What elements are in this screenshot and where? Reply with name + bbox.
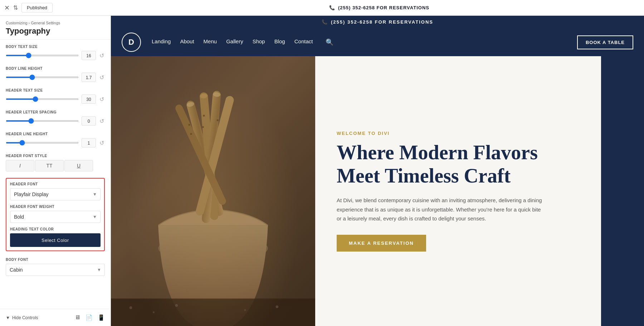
nav-blog[interactable]: Blog bbox=[274, 38, 285, 46]
phone-icon: 📞 bbox=[329, 5, 335, 10]
hero-content: WELCOME TO DIVI Where Modern Flavors Mee… bbox=[315, 56, 601, 326]
page-title: Typography bbox=[6, 26, 105, 36]
breadcrumb-settings-link[interactable]: General Settings bbox=[31, 21, 60, 25]
uppercase-button[interactable]: TT bbox=[35, 160, 64, 171]
header-font-style-group: HEADER FONT STYLE I TT U bbox=[6, 154, 105, 171]
header-line-height-reset[interactable]: ↺ bbox=[99, 140, 105, 146]
mobile-icon[interactable]: 📱 bbox=[98, 314, 105, 321]
heading-text-color-label: HEADING TEXT COLOR bbox=[10, 227, 101, 231]
body-line-height-slider[interactable] bbox=[6, 77, 79, 78]
hide-controls-button[interactable]: ▼ Hide Controls bbox=[6, 315, 38, 320]
header-letter-spacing-group: HEADER LETTER SPACING 0 ↺ bbox=[6, 110, 105, 126]
header-letter-spacing-slider[interactable] bbox=[6, 120, 79, 122]
header-font-weight-select[interactable]: Thin Light Regular Bold Extra Bold bbox=[10, 211, 101, 223]
header-line-height-group: HEADER LINE HEIGHT 1 ↺ bbox=[6, 132, 105, 147]
hide-controls-icon: ▼ bbox=[6, 315, 10, 320]
header-text-size-value: 30 bbox=[82, 94, 96, 104]
header-text-size-slider[interactable] bbox=[6, 98, 79, 100]
body-text-size-value: 16 bbox=[82, 51, 96, 60]
hide-controls-label: Hide Controls bbox=[12, 315, 38, 320]
nav-about[interactable]: About bbox=[180, 38, 194, 46]
hero-title: Where Modern Flavors Meet Timeless Craft bbox=[337, 141, 580, 187]
hero-food-image bbox=[111, 56, 315, 326]
header-font-weight-select-wrapper: Thin Light Regular Bold Extra Bold ▼ bbox=[10, 211, 101, 223]
close-icon[interactable]: ✕ bbox=[4, 4, 10, 12]
header-line-height-label: HEADER LINE HEIGHT bbox=[6, 132, 105, 136]
swap-icon[interactable]: ⇅ bbox=[13, 4, 18, 11]
header-font-weight-group: HEADER FONT WEIGHT Thin Light Regular Bo… bbox=[10, 205, 101, 223]
italic-button[interactable]: I bbox=[6, 160, 34, 171]
banner-phone-icon: 📞 bbox=[322, 19, 328, 25]
nav-menu[interactable]: Menu bbox=[204, 38, 217, 46]
body-line-height-slider-row: 1.7 ↺ bbox=[6, 73, 105, 82]
header-text-size-reset[interactable]: ↺ bbox=[99, 96, 105, 103]
header-line-height-value: 1 bbox=[82, 138, 96, 147]
body-line-height-value: 1.7 bbox=[82, 73, 96, 82]
hero-right-dark-panel bbox=[601, 56, 644, 326]
header-letter-spacing-label: HEADER LETTER SPACING bbox=[6, 110, 105, 114]
site-nav: D Landing About Menu Gallery Shop Blog C… bbox=[111, 28, 644, 56]
sidebar-content: BODY TEXT SIZE 16 ↺ BODY LINE HEIGHT 1.7… bbox=[0, 40, 111, 309]
header-text-size-label: HEADER TEXT SIZE bbox=[6, 88, 105, 92]
desktop-icon[interactable]: 🖥 bbox=[75, 314, 80, 321]
body-font-group: BODY FONT Cabin Arial Open Sans Lato ▼ bbox=[6, 258, 105, 276]
body-font-label: BODY FONT bbox=[6, 258, 105, 262]
body-text-size-slider-row: 16 ↺ bbox=[6, 51, 105, 60]
nav-shop[interactable]: Shop bbox=[253, 38, 265, 46]
body-text-size-label: BODY TEXT SIZE bbox=[6, 45, 105, 49]
nav-contact[interactable]: Contact bbox=[294, 38, 313, 46]
hero-image-overlay bbox=[111, 56, 315, 326]
top-bar-left: ✕ ⇅ Published bbox=[4, 3, 115, 13]
body-text-size-slider[interactable] bbox=[6, 55, 79, 56]
header-font-style-label: HEADER FONT STYLE bbox=[6, 154, 105, 158]
top-bar-center: 📞 (255) 352-6258 FOR RESERVATIONS bbox=[119, 5, 640, 10]
site-hero: WELCOME TO DIVI Where Modern Flavors Mee… bbox=[111, 56, 644, 326]
header-text-size-slider-row: 30 ↺ bbox=[6, 94, 105, 104]
header-font-group: HEADER FONT Playfair Display Georgia Tim… bbox=[10, 182, 101, 200]
bottom-icons: 🖥 📄 📱 bbox=[75, 314, 105, 321]
body-font-select[interactable]: Cabin Arial Open Sans Lato bbox=[6, 264, 105, 276]
select-color-button[interactable]: Select Color bbox=[10, 233, 101, 247]
header-font-weight-label: HEADER FONT WEIGHT bbox=[10, 205, 101, 209]
header-letter-spacing-value: 0 bbox=[82, 116, 96, 126]
body-font-select-wrapper: Cabin Arial Open Sans Lato ▼ bbox=[6, 264, 105, 276]
header-font-label: HEADER FONT bbox=[10, 182, 101, 186]
header-letter-spacing-reset[interactable]: ↺ bbox=[99, 118, 105, 125]
underline-button[interactable]: U bbox=[64, 160, 93, 171]
phone-text: (255) 352-6258 FOR RESERVATIONS bbox=[338, 5, 429, 10]
header-line-height-slider-row: 1 ↺ bbox=[6, 138, 105, 147]
make-reservation-button[interactable]: MAKE A RESERVATION bbox=[337, 235, 426, 252]
preview-area: 📞 (255) 352-6258 FOR RESERVATIONS D Land… bbox=[111, 16, 644, 326]
body-line-height-label: BODY LINE HEIGHT bbox=[6, 67, 105, 70]
site-top-banner: 📞 (255) 352-6258 FOR RESERVATIONS bbox=[111, 16, 644, 28]
top-bar: ✕ ⇅ Published 📞 (255) 352-6258 FOR RESER… bbox=[0, 0, 644, 16]
header-text-size-group: HEADER TEXT SIZE 30 ↺ bbox=[6, 88, 105, 104]
book-table-button[interactable]: BOOK A TABLE bbox=[577, 35, 633, 49]
site-nav-links: Landing About Menu Gallery Shop Blog Con… bbox=[152, 38, 577, 46]
breadcrumb: Customizing › General Settings bbox=[6, 21, 105, 25]
hero-text: At Divi, we blend contemporary cuisine w… bbox=[337, 196, 544, 223]
header-font-select-wrapper: Playfair Display Georgia Times New Roman… bbox=[10, 188, 101, 200]
body-text-size-reset[interactable]: ↺ bbox=[99, 52, 105, 59]
phone-bar: 📞 (255) 352-6258 FOR RESERVATIONS bbox=[329, 5, 429, 10]
body-line-height-reset[interactable]: ↺ bbox=[99, 74, 105, 81]
site-logo: D bbox=[122, 33, 141, 52]
hero-subtitle: WELCOME TO DIVI bbox=[337, 131, 580, 136]
header-letter-spacing-slider-row: 0 ↺ bbox=[6, 116, 105, 126]
header-line-height-slider[interactable] bbox=[6, 142, 79, 143]
sidebar-bottom: ▼ Hide Controls 🖥 📄 📱 bbox=[0, 309, 111, 326]
body-text-size-group: BODY TEXT SIZE 16 ↺ bbox=[6, 45, 105, 60]
main-layout: Customizing › General Settings Typograph… bbox=[0, 16, 644, 326]
highlighted-typography-section: HEADER FONT Playfair Display Georgia Tim… bbox=[6, 178, 105, 251]
nav-gallery[interactable]: Gallery bbox=[226, 38, 243, 46]
banner-phone-text: (255) 352-6258 FOR RESERVATIONS bbox=[331, 19, 433, 25]
search-icon[interactable]: 🔍 bbox=[326, 38, 333, 46]
sidebar: Customizing › General Settings Typograph… bbox=[0, 16, 111, 326]
tablet-icon[interactable]: 📄 bbox=[86, 314, 93, 321]
nav-landing[interactable]: Landing bbox=[152, 38, 171, 46]
body-line-height-group: BODY LINE HEIGHT 1.7 ↺ bbox=[6, 67, 105, 82]
font-style-row: I TT U bbox=[6, 160, 105, 171]
sidebar-header: Customizing › General Settings Typograph… bbox=[0, 16, 111, 40]
publish-button[interactable]: Published bbox=[21, 3, 53, 13]
header-font-select[interactable]: Playfair Display Georgia Times New Roman… bbox=[10, 188, 101, 200]
